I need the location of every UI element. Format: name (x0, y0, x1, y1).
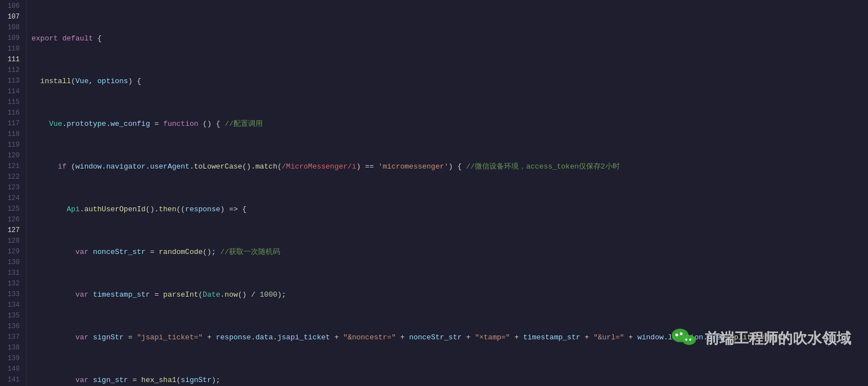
svg-point-4 (685, 339, 687, 341)
code-line-114: var sign_str = hex_sha1(signStr); (27, 375, 868, 385)
code-line-106: export default { (27, 33, 868, 44)
line-numbers: 106 107 108 109 110 111 112 113 114 115 … (0, 0, 27, 386)
watermark: 前端工程师的吹水领域 (670, 324, 851, 352)
code-line-112: var timestamp_str = parseInt(Date.now() … (27, 289, 868, 300)
code-editor: 106 107 108 109 110 111 112 113 114 115 … (0, 0, 868, 386)
svg-point-2 (680, 333, 683, 335)
svg-point-5 (689, 339, 691, 341)
wechat-icon (670, 324, 698, 352)
code-line-107: install(Vue, options) { (27, 76, 868, 87)
code-line-110: Api.authUserOpenId().then((response) => … (27, 204, 868, 215)
code-line-109: if (window.navigator.userAgent.toLowerCa… (27, 161, 868, 172)
code-line-111: var nonceStr_str = randomCode(); //获取一次随… (27, 247, 868, 257)
svg-point-1 (676, 334, 678, 337)
watermark-text: 前端工程师的吹水领域 (705, 329, 851, 348)
svg-point-3 (682, 335, 696, 345)
code-line-108: Vue.prototype.we_config = function () { … (27, 119, 868, 129)
